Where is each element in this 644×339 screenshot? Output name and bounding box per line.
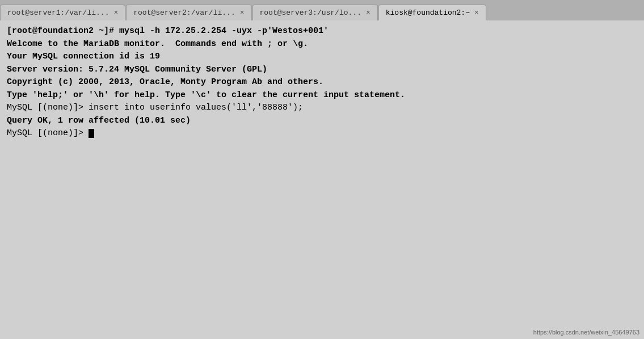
- terminal-line-5: Copyright (c) 2000, 2013, Oracle, Monty …: [7, 76, 637, 89]
- terminal-line-9: MySQL [(none)]> insert into userinfo val…: [7, 102, 637, 115]
- terminal-body[interactable]: [root@foundation2 ~]# mysql -h 172.25.2.…: [0, 20, 644, 339]
- terminal-line-1: Welcome to the MariaDB monitor. Commands…: [7, 38, 637, 51]
- tab-close-1[interactable]: ×: [240, 9, 245, 16]
- terminal-line-0: [root@foundation2 ~]# mysql -h 172.25.2.…: [7, 25, 637, 38]
- tab-3[interactable]: kiosk@foundation2:~×: [378, 5, 486, 20]
- terminal-line-7: Type 'help;' or '\h' for help. Type '\c'…: [7, 89, 637, 102]
- tab-1[interactable]: root@server2:/var/li...×: [126, 5, 251, 20]
- terminal-line-10: Query OK, 1 row affected (10.01 sec): [7, 115, 637, 128]
- tab-label-1: root@server2:/var/li...: [133, 9, 235, 17]
- terminal-window: root@server1:/var/li...×root@server2:/va…: [0, 0, 644, 339]
- watermark: https://blog.csdn.net/weixin_45649763: [533, 329, 639, 336]
- tab-close-0[interactable]: ×: [113, 9, 118, 16]
- tab-bar: root@server1:/var/li...×root@server2:/va…: [0, 0, 644, 20]
- tab-label-0: root@server1:/var/li...: [7, 9, 109, 17]
- tab-label-3: kiosk@foundation2:~: [386, 9, 470, 17]
- terminal-cursor: [89, 129, 94, 138]
- tab-close-3[interactable]: ×: [474, 9, 479, 16]
- tab-0[interactable]: root@server1:/var/li...×: [0, 5, 125, 20]
- tab-label-2: root@server3:/usr/lo...: [260, 9, 361, 17]
- terminal-line-12: MySQL [(none)]>: [7, 127, 637, 140]
- tab-close-2[interactable]: ×: [366, 9, 371, 16]
- terminal-line-2: Your MySQL connection id is 19: [7, 51, 637, 64]
- tab-2[interactable]: root@server3:/usr/lo...×: [252, 5, 378, 20]
- terminal-line-3: Server version: 5.7.24 MySQL Community S…: [7, 64, 637, 77]
